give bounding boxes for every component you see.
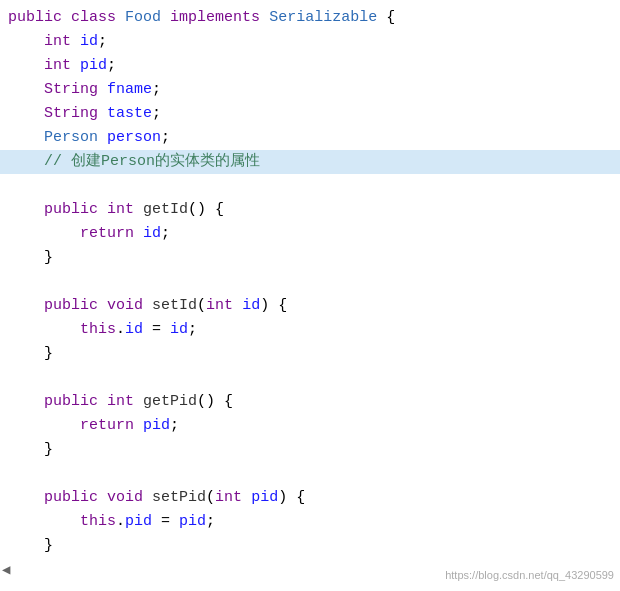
code-editor: public class Food implements Serializabl… [0, 0, 620, 591]
code-line-20 [0, 462, 620, 486]
code-line-8 [0, 174, 620, 198]
code-line-6: Person person; [0, 126, 620, 150]
code-line-4: String fname; [0, 78, 620, 102]
code-line-3: int pid; [0, 54, 620, 78]
code-line-19: } [0, 438, 620, 462]
code-line-14: this.id = id; [0, 318, 620, 342]
scroll-left-indicator[interactable]: ◀ [2, 559, 10, 581]
code-line-2: int id; [0, 30, 620, 54]
code-line-17: public int getPid() { [0, 390, 620, 414]
code-line-7: // 创建Person的实体类的属性 [0, 150, 620, 174]
code-line-21: public void setPid(int pid) { [0, 486, 620, 510]
code-line-22: this.pid = pid; [0, 510, 620, 534]
watermark: https://blog.csdn.net/qq_43290599 [445, 567, 614, 585]
code-line-9: public int getId() { [0, 198, 620, 222]
code-line-1: public class Food implements Serializabl… [0, 6, 620, 30]
code-line-12 [0, 270, 620, 294]
code-line-18: return pid; [0, 414, 620, 438]
code-line-15: } [0, 342, 620, 366]
code-line-11: } [0, 246, 620, 270]
code-line-13: public void setId(int id) { [0, 294, 620, 318]
code-line-16 [0, 366, 620, 390]
code-line-23: } [0, 534, 620, 558]
code-line-10: return id; [0, 222, 620, 246]
code-line-5: String taste; [0, 102, 620, 126]
